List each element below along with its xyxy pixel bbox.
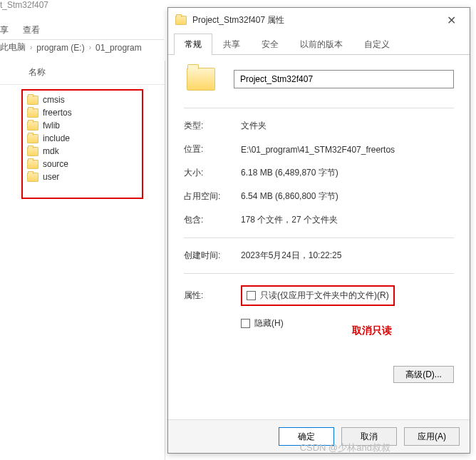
tab-security[interactable]: 安全 (251, 34, 289, 55)
readonly-checkbox[interactable] (247, 291, 256, 300)
folder-name: source (43, 159, 68, 169)
breadcrumb[interactable]: 此电脑 › program (E:) › 01_program (0, 41, 142, 53)
dialog-body: 类型:文件夹 位置:E:\01_program\41_STM32F407_fre… (168, 55, 470, 419)
divider (184, 108, 454, 108)
folder-icon (27, 173, 38, 182)
breadcrumb-drive[interactable]: program (E:) (36, 43, 84, 53)
folder-name: mdk (43, 146, 59, 156)
folder-name: freertos (43, 108, 72, 118)
column-header-name[interactable]: 名称 (0, 61, 165, 85)
list-item[interactable]: user (27, 170, 138, 183)
dialog-titlebar[interactable]: Project_Stm32f407 属性 ✕ (168, 8, 470, 33)
properties-dialog: Project_Stm32f407 属性 ✕ 常规 共享 安全 以前的版本 自定… (167, 7, 470, 454)
list-item[interactable]: include (27, 132, 138, 145)
list-item[interactable]: freertos (27, 106, 138, 119)
hidden-checkbox[interactable] (241, 319, 250, 328)
menu-share[interactable]: 享 (0, 24, 9, 36)
folder-name: include (43, 133, 70, 143)
folder-icon (27, 147, 38, 156)
breadcrumb-folder[interactable]: 01_program (95, 43, 142, 53)
value-ondisk: 6.54 MB (6,860,800 字节) (241, 190, 454, 203)
hidden-label: 隐藏(H) (254, 317, 284, 329)
tab-previous-versions[interactable]: 以前的版本 (289, 34, 353, 55)
value-size: 6.18 MB (6,489,870 字节) (241, 167, 454, 179)
folder-icon (27, 96, 38, 105)
list-item[interactable]: cmsis (27, 93, 138, 106)
folder-icon (27, 108, 38, 118)
label-contains: 包含: (184, 214, 241, 226)
list-item[interactable]: mdk (27, 145, 138, 158)
value-created: 2023年5月24日，10:22:25 (241, 250, 454, 262)
folder-large-icon (187, 68, 215, 91)
folder-name: user (43, 172, 59, 182)
folder-icon (175, 16, 187, 25)
folder-name-input[interactable] (234, 70, 454, 88)
cancel-button[interactable]: 取消 (341, 427, 397, 446)
breadcrumb-pc[interactable]: 此电脑 (0, 41, 26, 53)
label-ondisk: 占用空间: (184, 190, 241, 203)
ok-button[interactable]: 确定 (279, 427, 334, 446)
divider (184, 273, 454, 274)
window-title-fragment: t_Stm32f407 (0, 0, 48, 10)
explorer-menu: 享 查看 (0, 21, 164, 40)
tab-strip: 常规 共享 安全 以前的版本 自定义 (168, 33, 470, 55)
label-location: 位置: (184, 143, 241, 155)
chevron-right-icon: › (30, 44, 32, 51)
advanced-button[interactable]: 高级(D)... (393, 366, 454, 383)
divider (184, 237, 454, 238)
tab-share[interactable]: 共享 (212, 34, 251, 55)
value-location: E:\01_program\41_STM32F407_freertos (241, 145, 454, 155)
dialog-footer: 确定 取消 应用(A) (168, 419, 470, 453)
apply-button[interactable]: 应用(A) (404, 427, 460, 446)
dialog-title: Project_Stm32f407 属性 (192, 14, 434, 26)
label-created: 创建时间: (184, 250, 241, 262)
folder-icon (27, 160, 38, 169)
list-item[interactable]: fwlib (27, 119, 138, 132)
explorer-body: 名称 cmsis freertos fwlib include mdk sour… (0, 61, 165, 460)
menu-view[interactable]: 查看 (23, 24, 40, 36)
list-item[interactable]: source (27, 158, 138, 170)
folder-icon (27, 121, 38, 131)
label-size: 大小: (184, 167, 241, 179)
folder-name: cmsis (43, 95, 65, 105)
close-icon[interactable]: ✕ (440, 14, 462, 27)
folder-name: fwlib (43, 121, 60, 131)
tab-general[interactable]: 常规 (174, 34, 212, 55)
value-type: 文件夹 (241, 120, 454, 132)
label-attributes: 属性: (184, 290, 241, 302)
folder-icon (27, 134, 38, 143)
readonly-label: 只读(仅应用于文件夹中的文件)(R) (260, 290, 389, 302)
tab-custom[interactable]: 自定义 (353, 34, 400, 55)
value-contains: 178 个文件，27 个文件夹 (241, 214, 454, 226)
folder-list-highlight: cmsis freertos fwlib include mdk source … (21, 89, 143, 199)
readonly-highlight: 只读(仅应用于文件夹中的文件)(R) (241, 285, 395, 306)
annotation-cancel-readonly: 取消只读 (352, 324, 392, 337)
label-type: 类型: (184, 120, 241, 132)
chevron-right-icon: › (89, 44, 91, 51)
